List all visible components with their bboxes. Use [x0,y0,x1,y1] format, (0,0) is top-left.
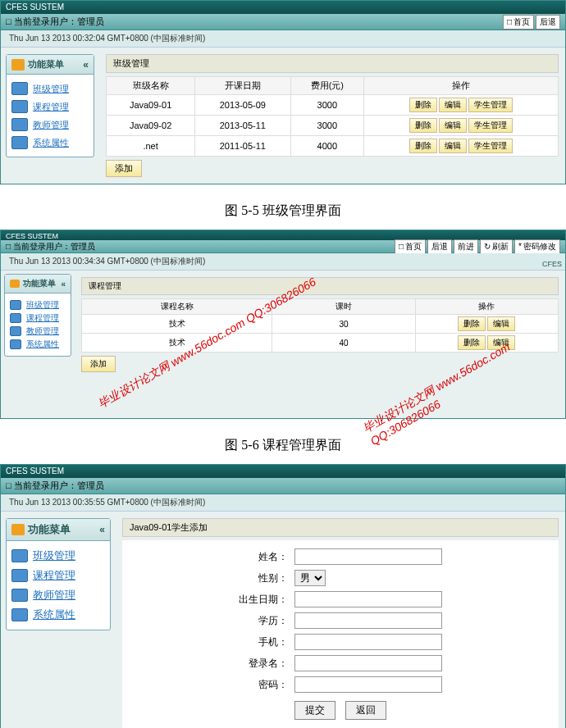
name-field[interactable] [294,548,442,565]
pwd-label: 密码： [130,678,294,692]
login-field[interactable] [294,655,442,671]
sidebar-item-teacher[interactable]: 教师管理 [8,325,67,338]
edit-button[interactable]: 编辑 [487,335,515,350]
delete-button[interactable]: 删除 [409,98,437,112]
edu-label: 学历： [130,614,294,628]
sidebar-item-course[interactable]: 课程管理 [10,98,90,116]
current-user: □ 当前登录用户：管理员 [6,241,95,253]
sidebar-item-system[interactable]: 系统属性 [10,134,90,152]
menu-icon [11,524,25,535]
delete-button[interactable]: 删除 [458,335,486,350]
titlebar: CFES SUSTEM [1,465,565,478]
cfes-tag: CFES [542,260,562,268]
edu-field[interactable] [294,612,442,629]
phone-field[interactable] [294,634,442,650]
col-action: 操作 [415,299,558,315]
sidebar-item-system[interactable]: 系统属性 [8,338,67,351]
col-hours: 课时 [272,299,415,315]
student-mgmt-button[interactable]: 学生管理 [468,98,513,112]
birth-label: 出生日期： [130,593,294,607]
system-icon [11,608,28,621]
teacher-icon [11,118,28,131]
nav-home-button[interactable]: □ 首页 [395,239,426,254]
edit-button[interactable]: 编辑 [439,98,467,112]
menu-icon [10,280,20,288]
course-table: 课程名称 课时 操作 技术30 删除编辑 技术40 删除编辑 [81,298,559,353]
class-icon [11,549,28,562]
delete-button[interactable]: 删除 [409,118,437,133]
sidebar-item-class[interactable]: 班级管理 [8,298,67,312]
teacher-icon [10,326,21,336]
col-name: 课程名称 [82,299,272,315]
class-table: 班级名称 开课日期 费用(元) 操作 Java09-012013-05-0930… [106,76,559,157]
delete-button[interactable]: 删除 [458,316,486,331]
edit-button[interactable]: 编辑 [439,139,467,153]
table-row: 技术40 删除编辑 [82,334,559,353]
nav-home-button[interactable]: □ 首页 [503,15,534,30]
delete-button[interactable]: 删除 [409,139,437,153]
nav-back-button[interactable]: 后退 [536,15,560,30]
nav-refresh-button[interactable]: ↻ 刷新 [480,239,513,254]
header-bar: □ 当前登录用户：管理员 □ 首页 后退 前进 ↻ 刷新 * 密码修改 [1,240,565,253]
back-button[interactable]: 返回 [345,701,386,720]
add-button[interactable]: 添加 [81,356,116,372]
sidebar-title: 功能菜单 « [7,519,110,541]
section-title: Java09-01学生添加 [122,518,559,537]
pwd-field[interactable] [294,676,442,693]
student-form: 姓名： 性别：男 出生日期： 学历： 手机： 登录名： 密码： 提交 返回 [122,540,559,728]
gender-select[interactable]: 男 [294,570,326,586]
collapse-icon[interactable]: « [61,280,66,289]
header-bar: □ 当前登录用户：管理员 [1,478,565,494]
course-icon [11,100,28,113]
table-row: .net2011-05-114000 删除编辑学生管理 [107,136,559,157]
titlebar: CFES SUSTEM [1,1,565,14]
col-name: 班级名称 [107,77,195,95]
collapse-icon[interactable]: « [99,524,105,535]
content-area: 班级管理 班级名称 开课日期 费用(元) 操作 Java09-012013-05… [99,48,565,184]
submit-button[interactable]: 提交 [294,701,335,720]
sidebar: 功能菜单 « 班级管理 课程管理 教师管理 系统属性 [1,512,116,728]
edit-button[interactable]: 编辑 [487,316,515,331]
edit-button[interactable]: 编辑 [439,118,467,133]
sidebar-item-system[interactable]: 系统属性 [10,605,107,625]
caption-5-5: 图 5-5 班级管理界面 [0,193,566,230]
birth-field[interactable] [294,591,442,607]
sidebar: 功能菜单 « 班级管理 课程管理 教师管理 系统属性 [1,48,99,184]
col-fee: 费用(元) [290,77,364,95]
section-title: 班级管理 [106,54,559,73]
gender-label: 性别： [130,571,294,585]
col-action: 操作 [364,77,559,95]
table-row: 技术30 删除编辑 [82,315,559,334]
teacher-icon [11,589,28,602]
course-icon [10,313,21,323]
panel-add-student: CFES SUSTEM □ 当前登录用户：管理员 Thu Jun 13 2013… [0,464,566,728]
class-icon [11,82,28,95]
header-bar: □ 当前登录用户：管理员 □ 首页 后退 [1,14,565,30]
table-row: Java09-022013-05-113000 删除编辑学生管理 [107,116,559,136]
sidebar-item-course[interactable]: 课程管理 [10,566,107,585]
system-icon [10,339,21,349]
sidebar-title: 功能菜单 « [7,55,94,75]
section-title: 课程管理 [81,277,559,295]
class-icon [10,300,21,310]
sidebar-item-teacher[interactable]: 教师管理 [10,585,107,605]
add-button[interactable]: 添加 [106,160,142,177]
collapse-icon[interactable]: « [83,59,89,71]
menu-icon [11,59,25,71]
sidebar-item-teacher[interactable]: 教师管理 [10,116,90,134]
sidebar-item-course[interactable]: 课程管理 [8,312,67,325]
current-user: □ 当前登录用户：管理员 [6,480,104,492]
nav-back-button[interactable]: 后退 [427,239,452,254]
timestamp-bar: Thu Jun 13 2013 00:35:55 GMT+0800 (中国标准时… [1,494,565,512]
nav-forward-button[interactable]: 前进 [454,239,478,254]
system-icon [11,136,28,149]
login-label: 登录名： [130,657,294,671]
sidebar-item-class[interactable]: 班级管理 [10,80,90,98]
nav-pwd-button[interactable]: * 密码修改 [514,239,560,254]
panel-course-management: CFES SUSTEM □ 当前登录用户：管理员 □ 首页 后退 前进 ↻ 刷新… [0,230,566,419]
student-mgmt-button[interactable]: 学生管理 [468,139,513,153]
sidebar: 功能菜单 « 班级管理 课程管理 教师管理 系统属性 [1,271,75,418]
sidebar-item-class[interactable]: 班级管理 [10,546,107,566]
content-area: 课程管理 课程名称 课时 操作 技术30 删除编辑 技术40 删除编辑 [75,271,565,418]
student-mgmt-button[interactable]: 学生管理 [468,118,513,133]
